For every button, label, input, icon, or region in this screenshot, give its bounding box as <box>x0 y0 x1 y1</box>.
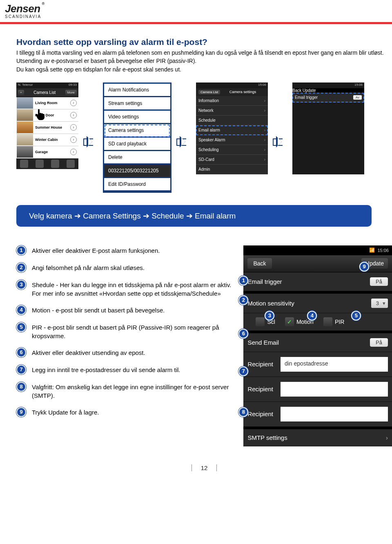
camera-name: Living Room <box>33 101 70 105</box>
settings-row[interactable]: Scheduling› <box>196 145 268 155</box>
row-label: Recipient <box>247 361 273 368</box>
step-text: Motion - e-post blir sendt ut basert på … <box>32 305 236 314</box>
toggle[interactable]: På <box>370 338 388 347</box>
menu-item-id: 003221205/003221205 <box>104 165 170 178</box>
list-item[interactable]: Winter Cabin › <box>16 134 78 146</box>
back-button[interactable]: Camera List <box>198 90 220 94</box>
recipient-input[interactable] <box>281 407 388 421</box>
sensitivity-select[interactable]: 3 <box>371 299 388 308</box>
step-text: Trykk Update for å lagre. <box>32 407 236 417</box>
menu-item[interactable]: Delete <box>104 151 170 165</box>
footer-icon[interactable] <box>67 160 75 168</box>
step-bubble: 9 <box>16 407 26 417</box>
settings-row[interactable]: Admin <box>196 165 268 174</box>
footer-icon[interactable] <box>51 160 59 168</box>
menu-item[interactable]: Stream settings <box>104 97 170 111</box>
chevron-icon: › <box>70 112 77 118</box>
footer-icon[interactable] <box>20 160 28 168</box>
phone-header: Camera List Camera settings <box>196 88 268 96</box>
email-trigger-row[interactable]: Email triggerAv <box>292 93 364 103</box>
list-item[interactable]: Front Door › <box>16 109 78 122</box>
checkbox-schedule[interactable] <box>256 317 265 326</box>
smtp-row[interactable]: SMTP settings › <box>243 429 392 446</box>
flow-arrow-icon <box>272 136 288 147</box>
breadcrumb-strip: Velg kamera ➔ Camera Settings ➔ Schedule… <box>16 205 372 227</box>
thumb <box>17 146 33 158</box>
settings-row-email-alarm[interactable]: Email alarm› <box>196 125 268 135</box>
settings-row[interactable]: Schedule <box>196 116 268 125</box>
row-label: SMTP settings <box>247 434 287 441</box>
header-bar: Jensen SCANDINAVIA <box>0 0 392 20</box>
phone-header: + Camera List More <box>16 88 78 97</box>
step-text: Angi følsomhet på når alarm skal utløses… <box>32 263 236 272</box>
hand-pointer-icon <box>34 108 47 121</box>
phone-email-trigger: 15:06 Back Update Email triggerAv <box>292 82 364 174</box>
menu-item[interactable]: SD card playback <box>104 138 170 151</box>
checkbox-pir[interactable] <box>323 317 332 326</box>
chevron-icon: › <box>70 136 77 143</box>
list-item[interactable]: Living Room › <box>16 97 78 109</box>
settings-row[interactable]: Speaker Alarm› <box>196 135 268 145</box>
logo: Jensen <box>5 2 40 15</box>
step-bubble: 7 <box>16 365 26 375</box>
step-bubble: 6 <box>16 348 26 357</box>
motion-sensitivity-row: Motion sensitivity 3 <box>243 294 392 313</box>
chevron-icon: › <box>386 434 388 441</box>
row-label: Recipient <box>247 386 273 392</box>
menu-item[interactable]: Video settings <box>104 111 170 124</box>
thumb <box>17 97 33 109</box>
settings-row[interactable]: Information› <box>196 96 268 106</box>
phone-header: Back Update <box>292 88 364 93</box>
list-item[interactable]: Garage › <box>16 146 78 158</box>
more-button[interactable]: More <box>65 90 77 95</box>
update-button[interactable]: Update <box>303 88 316 93</box>
checkbox-label: PIR <box>335 319 344 325</box>
add-button[interactable]: + <box>18 90 24 95</box>
phone-footer <box>16 158 78 169</box>
status-bar: 📶 15:06 <box>243 245 392 255</box>
recipient-row: Recipient din epostadresse <box>243 352 392 377</box>
row-label: Motion sensitivity <box>247 300 294 307</box>
footer-icon[interactable] <box>36 160 44 168</box>
recipient-input[interactable] <box>281 382 388 397</box>
page-number: 12 <box>16 464 392 476</box>
settings-row[interactable]: SD-Card› <box>196 155 268 165</box>
phone-email-trigger-large: 📶 15:06 Back Update Email trigger På Mot… <box>243 245 392 446</box>
status-bar: 15:06 <box>196 82 268 88</box>
step-text: Legg inn inntil tre e-postadresser du vi… <box>32 365 236 374</box>
checkbox-motion[interactable]: ✓ <box>285 317 294 326</box>
intro-text: I tillegg til å motta varsling ved en al… <box>16 49 392 74</box>
settings-row[interactable]: Network› <box>196 106 268 116</box>
flow-arrow-icon <box>82 136 99 147</box>
camera-name: Garage <box>33 150 70 154</box>
back-button[interactable]: Back <box>292 88 301 93</box>
breadcrumb-text: Velg kamera ➔ Camera Settings ➔ Schedule… <box>29 211 359 221</box>
list-item[interactable]: Summer House › <box>16 122 78 134</box>
thumb <box>17 134 33 145</box>
menu-item-camera-settings[interactable]: Camera settings <box>104 124 170 138</box>
phone-title: Camera settings <box>229 90 256 94</box>
recipient-row: Recipient <box>243 402 392 427</box>
step-bubble: 3 <box>16 280 26 290</box>
step-bubble: 1 <box>16 245 26 255</box>
toggle[interactable]: På <box>370 277 388 286</box>
menu-item[interactable]: Alarm Notifications <box>104 84 170 97</box>
row-label: Email trigger <box>247 278 282 285</box>
camera-name: Winter Cabin <box>33 138 70 142</box>
status-bar: N. Telenor 09:33 <box>16 82 78 88</box>
recipient-input[interactable]: din epostadresse <box>281 357 388 372</box>
chevron-icon: › <box>70 100 77 106</box>
phone-camera-list: N. Telenor 09:33 + Camera List More Livi… <box>16 82 78 169</box>
flow-row: N. Telenor 09:33 + Camera List More Livi… <box>16 82 392 193</box>
step-bubble: 4 <box>16 305 26 315</box>
step-text: Valgfritt: Om ønskelig kan det legge inn… <box>32 382 236 400</box>
step-text: Aktiver eller deaktiver utsending av epo… <box>32 348 236 357</box>
step-text: Shedule - Her kan du legge inn et tidssk… <box>32 280 236 298</box>
clock: 15:06 <box>377 248 389 253</box>
menu-list: Alarm Notifications Stream settings Vide… <box>103 82 172 193</box>
phone-title: Camera List <box>33 90 56 95</box>
row-label: Send Email <box>247 339 279 346</box>
menu-item[interactable]: Edit ID/Password <box>104 178 170 192</box>
carrier: N. Telenor <box>18 83 33 88</box>
back-button[interactable]: Back <box>247 258 272 269</box>
